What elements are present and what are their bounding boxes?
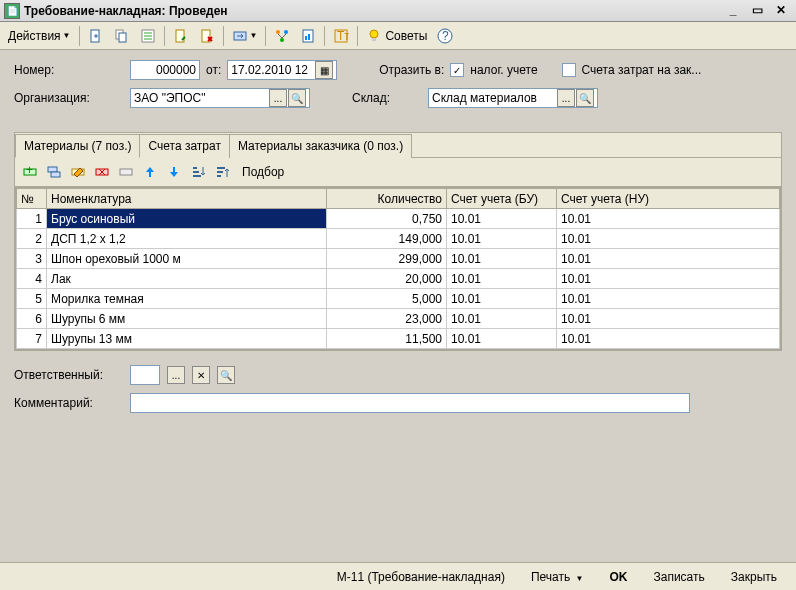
maximize-button[interactable]: ▭ (746, 3, 768, 19)
table-row[interactable]: 3Шпон ореховый 1000 м299,00010.0110.01 (17, 249, 780, 269)
cell-nu[interactable]: 10.01 (557, 249, 780, 269)
table-row[interactable]: 6Шурупы 6 мм23,00010.0110.01 (17, 309, 780, 329)
cell-nomenclature[interactable]: Шурупы 13 мм (47, 329, 327, 349)
cell-nu[interactable]: 10.01 (557, 209, 780, 229)
cell-nu[interactable]: 10.01 (557, 269, 780, 289)
date-input[interactable]: 17.02.2010 12 ▦ (227, 60, 337, 80)
toolbar-report-icon[interactable] (296, 25, 320, 47)
cell-nu[interactable]: 10.01 (557, 309, 780, 329)
cell-quantity[interactable]: 23,000 (327, 309, 447, 329)
bottom-form: Ответственный: ... ✕ 🔍 Комментарий: (0, 351, 796, 431)
toolbar-unpost-icon[interactable] (195, 25, 219, 47)
cell-quantity[interactable]: 299,000 (327, 249, 447, 269)
tab-accounts[interactable]: Счета затрат (139, 134, 229, 158)
toolbar-template-icon[interactable]: Tт (329, 25, 353, 47)
cell-num[interactable]: 4 (17, 269, 47, 289)
comment-input[interactable] (130, 393, 690, 413)
responsible-input[interactable] (130, 365, 160, 385)
ok-button[interactable]: OK (599, 566, 639, 588)
tab-materials[interactable]: Материалы (7 поз.) (15, 134, 140, 158)
cell-nomenclature[interactable]: Брус осиновый (47, 209, 327, 229)
save-button[interactable]: Записать (643, 566, 716, 588)
cell-bu[interactable]: 10.01 (447, 229, 557, 249)
cell-num[interactable]: 7 (17, 329, 47, 349)
edit-row-icon[interactable] (67, 161, 89, 183)
m11-button[interactable]: М-11 (Требование-накладная) (326, 566, 516, 588)
table-row[interactable]: 1Брус осиновый0,75010.0110.01 (17, 209, 780, 229)
delete-row-icon[interactable] (91, 161, 113, 183)
cell-num[interactable]: 2 (17, 229, 47, 249)
cell-bu[interactable]: 10.01 (447, 249, 557, 269)
podbor-button[interactable]: Подбор (235, 161, 291, 183)
toolbar-help-icon[interactable]: ? (433, 25, 457, 47)
cell-quantity[interactable]: 20,000 (327, 269, 447, 289)
search-icon[interactable]: 🔍 (576, 89, 594, 107)
select-icon[interactable]: ... (269, 89, 287, 107)
cell-bu[interactable]: 10.01 (447, 329, 557, 349)
toolbar-movements-icon[interactable]: ▼ (228, 25, 262, 47)
finish-edit-icon[interactable] (115, 161, 137, 183)
cell-bu[interactable]: 10.01 (447, 209, 557, 229)
select-icon[interactable]: ... (167, 366, 185, 384)
select-icon[interactable]: ... (557, 89, 575, 107)
toolbar-list-icon[interactable] (136, 25, 160, 47)
toolbar-structure-icon[interactable] (270, 25, 294, 47)
cell-bu[interactable]: 10.01 (447, 269, 557, 289)
zatrat-checkbox[interactable] (562, 63, 576, 77)
search-icon[interactable]: 🔍 (288, 89, 306, 107)
search-icon[interactable]: 🔍 (217, 366, 235, 384)
close-button[interactable]: ✕ (770, 3, 792, 19)
number-input[interactable] (130, 60, 200, 80)
cell-num[interactable]: 1 (17, 209, 47, 229)
minimize-button[interactable]: _ (722, 3, 744, 19)
move-down-icon[interactable] (163, 161, 185, 183)
cell-bu[interactable]: 10.01 (447, 289, 557, 309)
cell-nomenclature[interactable]: Шурупы 6 мм (47, 309, 327, 329)
cell-quantity[interactable]: 149,000 (327, 229, 447, 249)
cell-quantity[interactable]: 5,000 (327, 289, 447, 309)
table-row[interactable]: 5Морилка темная5,00010.0110.01 (17, 289, 780, 309)
cell-bu[interactable]: 10.01 (447, 309, 557, 329)
cell-nomenclature[interactable]: ДСП 1,2 x 1,2 (47, 229, 327, 249)
move-up-icon[interactable] (139, 161, 161, 183)
col-quantity[interactable]: Количество (327, 189, 447, 209)
cell-num[interactable]: 3 (17, 249, 47, 269)
col-num[interactable]: № (17, 189, 47, 209)
separator (357, 26, 358, 46)
cell-nu[interactable]: 10.01 (557, 289, 780, 309)
col-nomenclature[interactable]: Номенклатура (47, 189, 327, 209)
cell-num[interactable]: 6 (17, 309, 47, 329)
cell-nu[interactable]: 10.01 (557, 229, 780, 249)
nalog-checkbox[interactable]: ✓ (450, 63, 464, 77)
copy-row-icon[interactable] (43, 161, 65, 183)
calendar-icon[interactable]: ▦ (315, 61, 333, 79)
close-button[interactable]: Закрыть (720, 566, 788, 588)
cell-quantity[interactable]: 0,750 (327, 209, 447, 229)
sort-asc-icon[interactable] (187, 161, 209, 183)
print-button[interactable]: Печать ▼ (520, 566, 595, 588)
actions-menu-button[interactable]: Действия ▼ (4, 25, 75, 47)
toolbar-copy-icon[interactable] (110, 25, 134, 47)
cell-nomenclature[interactable]: Шпон ореховый 1000 м (47, 249, 327, 269)
col-account-nu[interactable]: Счет учета (НУ) (557, 189, 780, 209)
cell-num[interactable]: 5 (17, 289, 47, 309)
tab-customer-materials[interactable]: Материалы заказчика (0 поз.) (229, 134, 412, 158)
table-row[interactable]: 2ДСП 1,2 x 1,2149,00010.0110.01 (17, 229, 780, 249)
cell-nu[interactable]: 10.01 (557, 329, 780, 349)
toolbar-new-icon[interactable] (84, 25, 108, 47)
table-row[interactable]: 7Шурупы 13 мм11,50010.0110.01 (17, 329, 780, 349)
cell-nomenclature[interactable]: Лак (47, 269, 327, 289)
sort-desc-icon[interactable] (211, 161, 233, 183)
sklad-input[interactable]: Склад материалов ... 🔍 (428, 88, 598, 108)
org-input[interactable]: ЗАО "ЭПОС" ... 🔍 (130, 88, 310, 108)
cell-quantity[interactable]: 11,500 (327, 329, 447, 349)
clear-icon[interactable]: ✕ (192, 366, 210, 384)
add-row-icon[interactable]: + (19, 161, 41, 183)
table-row[interactable]: 4Лак20,00010.0110.01 (17, 269, 780, 289)
toolbar-post-icon[interactable] (169, 25, 193, 47)
col-account-bu[interactable]: Счет учета (БУ) (447, 189, 557, 209)
toolbar-tips-button[interactable]: Советы (362, 25, 431, 47)
tips-label: Советы (385, 29, 427, 43)
cell-nomenclature[interactable]: Морилка темная (47, 289, 327, 309)
svg-point-15 (370, 30, 378, 38)
